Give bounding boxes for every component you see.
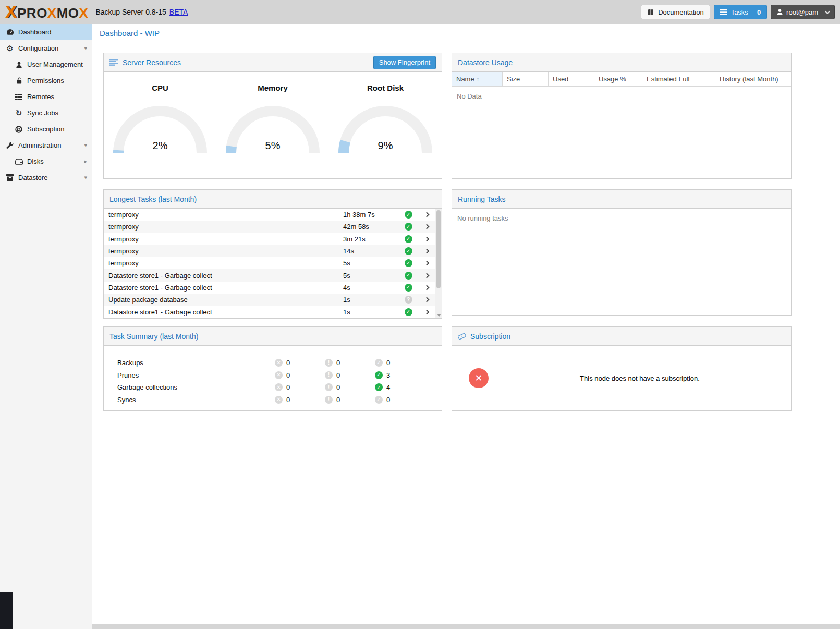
task-row[interactable]: termproxy42m 58s✓ [104, 221, 435, 233]
gauge-label: Root Disk [367, 83, 404, 92]
sort-ascending-icon: ↑ [476, 76, 479, 83]
task-row[interactable]: termproxy14s✓ [104, 245, 435, 257]
column-header-usage[interactable]: Usage % [594, 72, 642, 86]
column-header-estimated-full[interactable]: Estimated Full [642, 72, 715, 86]
ok-count-icon: ✓ [375, 383, 383, 391]
summary-count: 0 [286, 396, 290, 404]
sidebar-item-remotes[interactable]: Remotes [0, 89, 92, 105]
column-header-name[interactable]: Name ↑ [452, 72, 503, 86]
scroll-down-arrow-icon[interactable] [437, 314, 441, 317]
sidebar-item-dashboard[interactable]: Dashboard [0, 24, 92, 40]
sidebar-item-permissions[interactable]: Permissions [0, 72, 92, 89]
documentation-button[interactable]: Documentation [641, 5, 710, 19]
task-row[interactable]: Datastore store1 - Garbage collect4s✓ [104, 282, 435, 294]
sidebar-item-datastore[interactable]: Datastore▾ [0, 170, 92, 186]
warning-count-icon: ! [325, 359, 333, 367]
sidebar-item-configuration[interactable]: ⚙Configuration▾ [0, 40, 92, 56]
task-row[interactable]: termproxy1h 38m 7s✓ [104, 209, 435, 221]
sidebar-item-sync-jobs[interactable]: ↻Sync Jobs [0, 105, 92, 121]
column-header-history-last-month[interactable]: History (last Month) [715, 72, 791, 86]
ok-count-icon: ✓ [375, 396, 383, 404]
summary-row-syncs[interactable]: Syncs✕0!0✓0 [104, 394, 442, 406]
open-task-button[interactable] [418, 213, 435, 216]
sidebar-item-label: Remotes [27, 93, 54, 101]
task-name: termproxy [108, 211, 343, 219]
summary-row-label: Syncs [104, 396, 275, 404]
longest-tasks-title: Longest Tasks (last Month) [109, 195, 197, 203]
archive-icon [5, 174, 15, 181]
proxmox-backup-server-app: X PROXMOX Backup Server 0.8-15 BETA Docu… [0, 0, 840, 629]
book-icon [647, 9, 654, 16]
gauge-memory: Memory5% [216, 72, 329, 178]
column-header-used[interactable]: Used [549, 72, 594, 86]
status-ok-icon: ✓ [405, 284, 412, 292]
gauge-label: Memory [258, 83, 288, 92]
task-row[interactable]: Datastore store1 - Garbage collect5s✓ [104, 269, 435, 281]
open-task-button[interactable] [418, 225, 435, 228]
task-name: Update package database [108, 296, 343, 304]
caret-right-icon[interactable]: ▸ [84, 158, 87, 165]
chevron-right-icon [424, 224, 429, 229]
support-icon [14, 126, 23, 133]
running-tasks-header: Running Tasks [452, 190, 791, 209]
status-ok-icon: ✓ [405, 308, 412, 316]
task-name: termproxy [108, 247, 343, 255]
user-menu-button[interactable]: root@pam [771, 5, 835, 19]
open-task-button[interactable] [418, 274, 435, 277]
task-name: Datastore store1 - Garbage collect [108, 284, 343, 292]
sidebar-item-label: Disks [27, 158, 44, 165]
open-task-button[interactable] [418, 298, 435, 301]
gauge-root-disk: Root Disk9% [329, 72, 442, 178]
longest-tasks-list: termproxy1h 38m 7s✓termproxy42m 58s✓term… [104, 209, 442, 318]
server-resources-header: Server Resources Show Fingerprint [104, 53, 442, 72]
task-duration: 1s [343, 308, 398, 316]
task-name: Datastore store1 - Garbage collect [108, 308, 343, 316]
subscription-header: Subscription [452, 327, 791, 346]
task-row[interactable]: Update package database1s? [104, 294, 435, 306]
page-title: Dashboard - WIP [100, 29, 160, 38]
scrollbar-thumb[interactable] [436, 210, 441, 288]
open-task-button[interactable] [418, 286, 435, 289]
sidebar-item-subscription[interactable]: Subscription [0, 121, 92, 137]
open-task-button[interactable] [418, 237, 435, 241]
summary-row-garbage-collections[interactable]: Garbage collections✕0!0✓4 [104, 381, 442, 394]
open-task-button[interactable] [418, 261, 435, 265]
gears-icon: ⚙ [5, 44, 15, 52]
sidebar-item-user-management[interactable]: User Management [0, 56, 92, 72]
topbar-actions: Documentation Tasks 0 root@pam [641, 5, 835, 19]
caret-down-icon[interactable]: ▾ [84, 142, 87, 149]
error-count-icon: ✕ [275, 371, 283, 379]
summary-row-backups[interactable]: Backups✕0!0✓0 [104, 357, 442, 369]
status-ok-icon: ✓ [405, 223, 412, 231]
main-area: Dashboard - WIP Server Resources Show Fi… [92, 24, 840, 629]
scrollbar[interactable] [435, 209, 442, 318]
caret-down-icon[interactable]: ▾ [84, 45, 87, 52]
chevron-right-icon [424, 261, 429, 266]
summary-count: 0 [386, 359, 390, 367]
sidebar-item-disks[interactable]: Disks▸ [0, 153, 92, 170]
chevron-right-icon [424, 273, 429, 278]
status-ok-icon: ✓ [405, 235, 412, 243]
datastore-usage-empty-text: No Data [452, 87, 791, 106]
sidebar: Dashboard⚙Configuration▾User ManagementP… [0, 24, 92, 629]
ok-count-icon: ✓ [375, 359, 383, 367]
open-task-button[interactable] [418, 249, 435, 253]
column-header-size[interactable]: Size [503, 72, 549, 86]
open-task-button[interactable] [418, 310, 435, 314]
topbar: X PROXMOX Backup Server 0.8-15 BETA Docu… [0, 0, 840, 24]
task-list-icon [720, 9, 727, 15]
hdd-icon [14, 159, 23, 165]
tasks-button[interactable]: Tasks 0 [714, 5, 767, 19]
beta-link[interactable]: BETA [169, 8, 188, 16]
summary-row-prunes[interactable]: Prunes✕0!0✓3 [104, 369, 442, 382]
server-resources-title: Server Resources [123, 58, 181, 67]
task-row[interactable]: termproxy3m 21s✓ [104, 233, 435, 245]
show-fingerprint-button[interactable]: Show Fingerprint [373, 56, 436, 69]
caret-down-icon[interactable]: ▾ [84, 174, 87, 181]
sidebar-item-administration[interactable]: Administration▾ [0, 137, 92, 153]
summary-row-label: Backups [104, 359, 275, 367]
datastore-usage-panel: Datastore Usage Name ↑SizeUsedUsage %Est… [452, 53, 792, 179]
task-row[interactable]: Datastore store1 - Garbage collect1s✓ [104, 306, 435, 318]
task-row[interactable]: termproxy5s✓ [104, 257, 435, 269]
right-column: Datastore Usage Name ↑SizeUsedUsage %Est… [452, 53, 792, 411]
